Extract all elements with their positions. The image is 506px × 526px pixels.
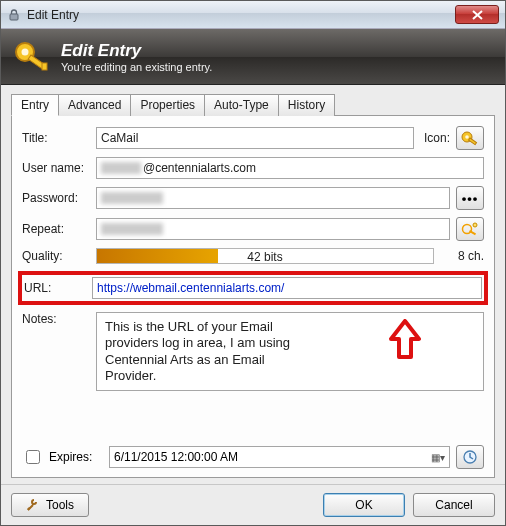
username-label: User name: [22,161,90,175]
password-label: Password: [22,191,90,205]
tab-properties[interactable]: Properties [130,94,205,116]
repeat-input[interactable] [96,218,450,240]
annotation-text: This is the URL of your Email providers … [105,319,295,384]
key-icon [11,36,53,78]
titlebar[interactable]: Edit Entry [1,1,505,29]
quality-label: Quality: [22,249,90,263]
svg-point-2 [22,48,29,55]
close-button[interactable] [455,5,499,24]
quality-bits: 42 bits [97,249,433,265]
notes-input[interactable]: This is the URL of your Email providers … [96,312,484,391]
generate-password-button[interactable] [456,217,484,241]
username-input[interactable]: @centennialarts.com [96,157,484,179]
username-suffix: @centennialarts.com [143,161,256,175]
edit-entry-window: Edit Entry Edit Entry You're editing an … [0,0,506,526]
svg-point-10 [473,223,477,227]
svg-point-6 [465,135,469,139]
tools-icon [26,498,40,512]
tab-autotype[interactable]: Auto-Type [204,94,279,116]
quality-meter: 42 bits [96,248,434,264]
repeat-label: Repeat: [22,222,90,236]
header-subtitle: You're editing an existing entry. [61,61,212,73]
up-arrow-icon [387,319,423,365]
tab-advanced[interactable]: Advanced [58,94,131,116]
window-title: Edit Entry [27,8,455,22]
url-input[interactable] [92,277,482,299]
expires-input[interactable]: 6/11/2015 12:00:00 AM ▦▾ [109,446,450,468]
calendar-dropdown-icon[interactable]: ▦▾ [431,452,445,463]
icon-label: Icon: [424,131,450,145]
cancel-button[interactable]: Cancel [413,493,495,517]
expires-preset-button[interactable] [456,445,484,469]
footer: Tools OK Cancel [1,484,505,525]
url-highlight-annotation: URL: [18,271,488,305]
tab-history[interactable]: History [278,94,335,116]
password-input[interactable] [96,187,450,209]
title-label: Title: [22,131,90,145]
svg-rect-0 [10,14,18,20]
header: Edit Entry You're editing an existing en… [1,29,505,85]
icon-picker-button[interactable] [456,126,484,150]
quality-chars: 8 ch. [440,249,484,263]
expires-value: 6/11/2015 12:00:00 AM [114,450,238,464]
header-title: Edit Entry [61,41,212,61]
tools-button[interactable]: Tools [11,493,89,517]
url-label: URL: [24,281,86,295]
lock-icon [7,8,21,22]
tab-entry[interactable]: Entry [11,94,59,116]
tab-bar: Entry Advanced Properties Auto-Type Hist… [11,93,495,115]
reveal-password-button[interactable]: ••• [456,186,484,210]
svg-rect-7 [469,138,477,145]
notes-label: Notes: [22,312,90,326]
tools-label: Tools [46,498,74,512]
entry-panel: Title: Icon: User name: @centennialarts.… [11,115,495,478]
expires-label: Expires: [49,450,103,464]
svg-rect-4 [42,63,47,70]
title-input[interactable] [96,127,414,149]
expires-checkbox[interactable] [26,450,40,464]
ok-button[interactable]: OK [323,493,405,517]
